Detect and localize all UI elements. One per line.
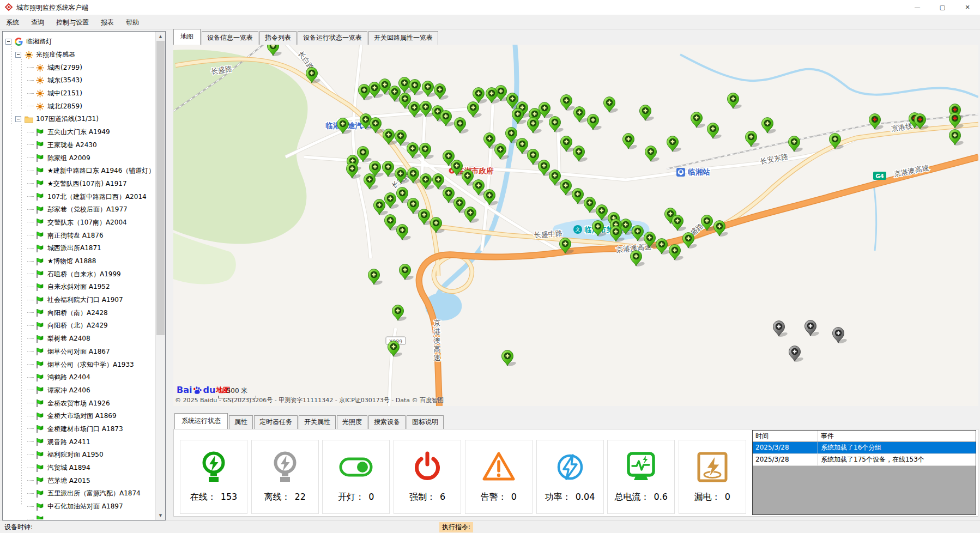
flag-icon [35,205,45,214]
panel-tab[interactable]: 开关属性 [299,415,336,429]
tree-device[interactable]: 五尖山大门东 A1949 [3,126,155,139]
map-scale-text: 500 米 [227,387,248,395]
tree-device[interactable]: 向阳桥（北）A2429 [3,319,155,332]
event-log[interactable]: 时间事件2025/3/28 12:15:08系统加载了16个分组2025/3/2… [752,430,976,515]
menu-item[interactable]: 系统 [0,15,25,29]
menu-item[interactable]: 报表 [95,15,120,29]
panel-tab[interactable]: 属性 [229,415,253,429]
menu-bar: 系统查询控制与设置报表帮助 [0,15,980,30]
flag-icon [35,451,45,459]
panel-tab[interactable]: 定时器任务 [254,415,298,429]
tree-device[interactable]: 金桥农贸市场 A1926 [3,397,155,410]
event-log-row[interactable]: 2025/3/28 12:15:08系统加载了16个分组 [753,442,976,454]
tree-device[interactable]: 城西派出所A1871 [3,242,155,255]
tree-connector [27,274,34,275]
status-card-toggle: 开灯：0 [322,440,390,514]
tree-device[interactable]: 社会福利院大门口 A1907 [3,294,155,307]
tree-connector [27,261,34,262]
tree-device[interactable]: 汽贸城 A1894 [3,462,155,475]
tree-device[interactable]: 梨树巷 A2408 [3,332,155,346]
flag-icon [35,464,45,473]
tree-connector [27,390,34,391]
expand-collapse-icon[interactable] [5,39,11,45]
tree-device[interactable]: 王家珑巷 A2430 [3,139,155,152]
tree-item-label: 光照度传感器 [36,50,75,59]
tree-connector [27,93,34,94]
minimize-button[interactable]: — [905,0,930,15]
scroll-down-icon[interactable]: ▼ [156,511,165,520]
tree-connector [27,158,34,159]
tree-device[interactable]: 谭家冲 A2406 [3,384,155,397]
tree-device[interactable]: 观音路 A2411 [3,435,155,449]
map-tab[interactable]: 指令列表 [259,31,297,45]
menu-item[interactable]: 查询 [25,15,50,29]
scroll-up-icon[interactable]: ▲ [156,32,165,41]
tree-device[interactable]: ★博物馆 A1888 [3,255,155,268]
google-icon [14,38,24,46]
tree-device[interactable]: 陈家组 A2009 [3,152,155,165]
tree-device[interactable]: ★建新中路路口东 A1946（辅道灯） [3,165,155,178]
tree-device[interactable]: 南正街转盘 A1876 [3,229,155,242]
map-view[interactable]: 长盛路长白路长安路长盛中路长盛路长安东路京港线京港澳高速京港澳高速京港澳高速X0… [173,45,978,406]
tree-device[interactable]: 金桥建材市场门口 A1873 [3,423,155,436]
tree-item-label: 福利院对面 A1950 [47,450,104,459]
tree-item-label: 鸿鹤路 A2404 [47,373,90,382]
tree-device[interactable]: 城北(2859) [3,100,155,113]
tree-device[interactable]: 石咀桥（自来水）A1999 [3,268,155,281]
tree-device[interactable]: 芭茅塘 A2015 [3,474,155,487]
maximize-button[interactable]: ▢ [930,0,955,15]
map-tab[interactable]: 设备运行状态一览表 [298,31,367,45]
expand-collapse-icon[interactable] [15,116,21,122]
tree-device[interactable]: 城东(3543) [3,74,155,87]
tree-scrollbar[interactable]: ▲ ▼ [155,32,165,520]
map-tab[interactable]: 设备信息一览表 [202,31,258,45]
map-tab[interactable]: 地图 [173,29,201,45]
tree-item-label: 金桥大市场对面 A1869 [47,411,117,421]
boltcircle-icon [553,446,588,488]
menu-item[interactable]: 控制与设置 [50,15,95,29]
tree-device[interactable]: 向阳桥（南）A2428 [3,306,155,319]
tree-connector [27,171,34,172]
panel-tab[interactable]: 搜索设备 [368,415,406,429]
tree-device[interactable]: 五里派出所（富源汽配）A1874 [3,487,155,500]
status-card-value: 0 [368,492,374,502]
device-tree-panel: 临湘路灯光照度传感器城西(2799)城东(3543)城中(2151)城北(285… [2,31,166,520]
meter-icon [624,446,658,488]
menu-item[interactable]: 帮助 [120,15,145,29]
tree-group[interactable]: 光照度传感器 [3,49,155,62]
tree-item-label: ★建新中路路口东 A1946（辅道灯） [47,166,155,175]
panel-tab[interactable]: 图标说明 [407,415,444,429]
status-card-meter: 总电流：0.6 [607,440,675,514]
tree-device[interactable]: 彭家巷（党校后面）A1977 [3,203,155,216]
panel-tab[interactable]: 系统运行状态 [174,413,228,429]
tree-device[interactable]: 福利院对面 A1950 [3,449,155,462]
tree-device[interactable]: 交警队东（107南）A2004 [3,216,155,229]
scroll-thumb[interactable] [156,41,165,335]
tree-device[interactable]: 烟草公司（求知中学）A1933 [3,358,155,371]
tree-device[interactable]: 自来水斜对面 A1952 [3,281,155,294]
tree-connector [27,287,34,288]
tree-connector [27,248,34,249]
tree-connector [27,455,34,456]
tree-connector [27,364,34,365]
status-card-value: 0 [725,492,730,502]
tree-device[interactable]: 城中(2151) [3,87,155,100]
tree-device[interactable]: 中石化加油站对面 A1897 [3,500,155,513]
event-log-row[interactable]: 2025/3/28 12:15:08系统加载了175个设备，在线153个 [753,454,976,466]
tree-root[interactable]: 临湘路灯 [3,35,155,49]
tree-device[interactable]: 107北（建新中路路口西）A2014 [3,190,155,203]
tree-device[interactable]: ★交警队西(107南) A1917 [3,178,155,191]
flag-icon [35,360,45,369]
tree-device[interactable] [3,513,155,519]
tree-item-label: 107国道沿线(31/31) [36,114,99,124]
flag-icon [35,244,45,253]
tree-device[interactable]: 城西(2799) [3,61,155,74]
tree-device[interactable]: 鸿鹤路 A2404 [3,371,155,384]
close-button[interactable]: ✕ [955,0,980,15]
tree-device[interactable]: 烟草公司对面 A1867 [3,346,155,359]
expand-collapse-icon[interactable] [15,52,21,58]
tree-group[interactable]: 107国道沿线(31/31) [3,113,155,126]
map-tab[interactable]: 开关回路属性一览表 [368,31,438,45]
tree-device[interactable]: 金桥大市场对面 A1869 [3,410,155,423]
panel-tab[interactable]: 光照度 [337,415,367,429]
